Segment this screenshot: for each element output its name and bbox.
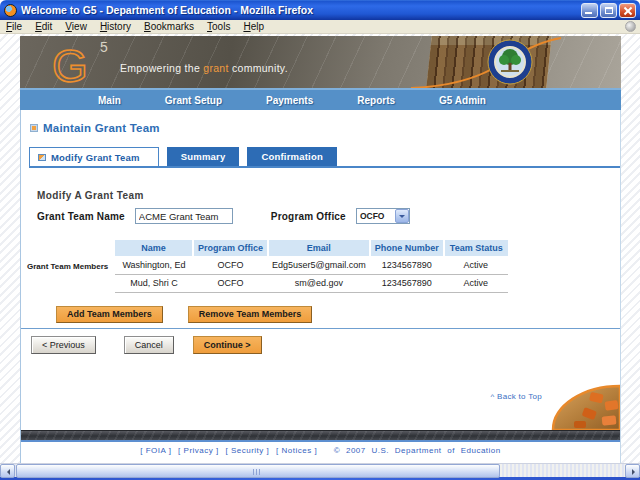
team-members-table: Name Program Office Email Phone Number T… — [115, 240, 508, 293]
window-title: Welcome to G5 - Department of Education … — [21, 4, 581, 16]
grant-team-form: Grant Team Name Program Office OCFO — [37, 208, 620, 224]
page-title: Maintain Grant Team — [43, 122, 160, 134]
footer-strip — [21, 430, 620, 442]
tab-active-icon — [38, 154, 46, 161]
menu-item-edit[interactable]: Edit — [35, 21, 52, 32]
cell-status: Active — [444, 256, 508, 274]
close-button[interactable] — [619, 3, 636, 18]
footer: FOIA Privacy Security Notices © 2007 U.S… — [21, 446, 620, 455]
firefox-icon — [4, 4, 17, 17]
tab-summary[interactable]: Summary — [167, 147, 240, 166]
cell-phone: 1234567890 — [370, 274, 444, 292]
menu-item-view[interactable]: View — [65, 21, 87, 32]
banner-tagline: Empowering the grant community. — [120, 62, 288, 74]
col-team-status: Team Status — [444, 240, 508, 256]
remove-team-members-button[interactable]: Remove Team Members — [188, 306, 312, 323]
divider — [21, 328, 620, 329]
scroll-left-button[interactable] — [0, 464, 15, 478]
banner: G 5 Empowering the grant community. — [20, 36, 621, 88]
chevron-down-icon — [395, 209, 409, 223]
firefox-window: Welcome to G5 - Department of Education … — [0, 0, 640, 480]
nav-item-payments[interactable]: Payments — [266, 95, 313, 106]
previous-button[interactable]: < Previous — [31, 336, 96, 354]
dept-of-education-seal-icon — [487, 39, 533, 85]
tab-confirmation[interactable]: Confirmation — [247, 147, 337, 166]
cell-email: Edg5user5@gmail.com — [268, 256, 370, 274]
nav-item-grant-setup[interactable]: Grant Setup — [165, 95, 222, 106]
menu-bar: File Edit View History Bookmarks Tools H… — [0, 20, 640, 34]
cell-phone: 1234567890 — [370, 256, 444, 274]
g5-logo: G 5 — [48, 38, 120, 88]
horizontal-scrollbar[interactable] — [0, 463, 640, 477]
col-program-office: Program Office — [193, 240, 268, 256]
col-email: Email — [268, 240, 370, 256]
copyright-text: © 2007 U.S. Department of Education — [334, 446, 501, 455]
program-office-label: Program Office — [271, 211, 346, 222]
menu-item-history[interactable]: History — [100, 21, 131, 32]
page-content: Maintain Grant Team Modify Grant Team Su… — [20, 110, 621, 463]
browser-viewport: G 5 Empowering the grant community. — [0, 34, 640, 463]
section-heading: Modify A Grant Team — [37, 190, 620, 201]
menu-item-bookmarks[interactable]: Bookmarks — [144, 21, 194, 32]
continue-button[interactable]: Continue > — [193, 336, 262, 354]
maximize-button[interactable] — [600, 3, 617, 18]
tab-label: Modify Grant Team — [51, 152, 140, 163]
cell-status: Active — [444, 274, 508, 292]
table-header-row: Name Program Office Email Phone Number T… — [115, 240, 508, 256]
cell-name: Washington, Ed — [115, 256, 193, 274]
svg-text:5: 5 — [100, 39, 108, 55]
cancel-button[interactable]: Cancel — [124, 336, 174, 354]
members-section: Grant Team Members Name Program Office E… — [27, 240, 620, 293]
table-row: Washington, Ed OCFO Edg5user5@gmail.com … — [115, 256, 508, 274]
menu-item-help[interactable]: Help — [243, 21, 264, 32]
nav-item-main[interactable]: Main — [98, 95, 121, 106]
footer-link-notices[interactable]: Notices — [276, 446, 317, 455]
tab-modify-grant-team[interactable]: Modify Grant Team — [29, 147, 159, 166]
grant-team-name-input[interactable] — [135, 208, 233, 224]
footer-link-foia[interactable]: FOIA — [140, 446, 171, 455]
page-title-icon — [30, 124, 38, 132]
menu-item-file[interactable]: File — [6, 21, 22, 32]
banner-arc-graphic — [411, 36, 561, 88]
table-row: Mud, Shri C OCFO sm@ed.gov 1234567890 Ac… — [115, 274, 508, 292]
grant-team-name-label: Grant Team Name — [37, 211, 125, 222]
menu-item-tools[interactable]: Tools — [207, 21, 230, 32]
back-to-top-link[interactable]: ^ Back to Top — [490, 392, 542, 401]
members-label: Grant Team Members — [27, 240, 115, 293]
add-team-members-button[interactable]: Add Team Members — [56, 306, 163, 323]
corner-photo-graphic — [550, 383, 620, 430]
footer-link-privacy[interactable]: Privacy — [178, 446, 219, 455]
minimize-button[interactable] — [581, 3, 598, 18]
nav-item-g5-admin[interactable]: G5 Admin — [439, 95, 486, 106]
tab-bar: Modify Grant Team Summary Confirmation — [29, 147, 620, 168]
throbber-icon — [625, 21, 636, 32]
footer-link-security[interactable]: Security — [225, 446, 269, 455]
cell-program-office: OCFO — [193, 274, 268, 292]
svg-text:G: G — [52, 40, 88, 88]
nav-item-reports[interactable]: Reports — [357, 95, 395, 106]
program-office-value: OCFO — [357, 211, 395, 221]
window-titlebar[interactable]: Welcome to G5 - Department of Education … — [0, 0, 640, 20]
main-nav: Main Grant Setup Payments Reports G5 Adm… — [20, 88, 621, 110]
cell-program-office: OCFO — [193, 256, 268, 274]
scroll-thumb[interactable] — [16, 464, 500, 478]
scroll-right-button[interactable] — [625, 464, 640, 478]
cell-email: sm@ed.gov — [268, 274, 370, 292]
cell-name: Mud, Shri C — [115, 274, 193, 292]
col-phone-number: Phone Number — [370, 240, 444, 256]
col-name: Name — [115, 240, 193, 256]
program-office-select[interactable]: OCFO — [356, 208, 410, 224]
